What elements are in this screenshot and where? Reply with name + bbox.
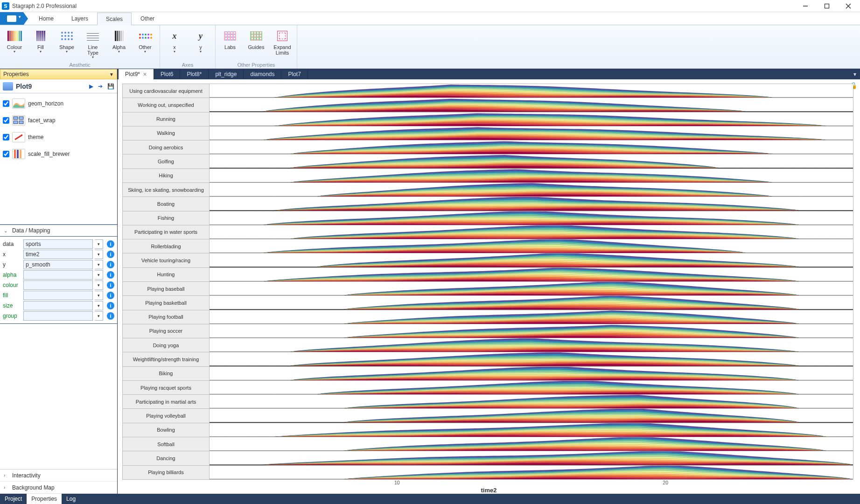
ribbon-tab-scales[interactable]: Scales [97,13,132,25]
ribbon-line-type[interactable]: Line Type▾ [81,27,105,61]
ribbon-alpha[interactable]: Alpha▾ [107,27,131,56]
info-icon[interactable]: i [107,271,114,279]
mapping-field[interactable] [23,280,93,290]
layer-scale_fill_brewer[interactable]: scale_fill_brewer [3,146,114,162]
mapping-field[interactable] [23,270,93,280]
dropdown-button[interactable]: ▾ [95,311,103,321]
window-icon [7,15,16,22]
layer-theme[interactable]: theme [3,129,114,146]
ribbon-y[interactable]: yy▾ [189,27,212,56]
close-button[interactable] [844,2,853,10]
mapping-field[interactable]: sports [23,239,93,249]
facet-plot [210,211,853,225]
mapping-field[interactable] [23,291,93,300]
properties-panel-header[interactable]: Properties ▼ [0,69,117,79]
info-icon[interactable]: i [107,302,114,309]
mapping-y: yp_smooth▾i [3,260,114,269]
layer-checkbox[interactable] [3,117,9,124]
mapping-field[interactable] [23,311,93,321]
maximize-button[interactable] [823,2,831,10]
facet-plot [210,437,853,451]
facet-plot [210,296,853,309]
ribbon-x[interactable]: xx▾ [163,27,186,56]
app-title: Stagraph 2.0 Professional [12,3,801,9]
mapping-field[interactable]: p_smooth [23,260,93,269]
save-button[interactable]: 💾 [107,83,114,90]
play-button[interactable]: ▶ [89,83,93,90]
plot-tab[interactable]: Plot7 [281,69,308,79]
layer-checkbox[interactable] [3,134,9,140]
tabs-menu-button[interactable]: ▾ [850,69,860,79]
ribbon-tab-other[interactable]: Other [132,12,163,25]
ribbon-group-label: Aesthetic [3,61,157,68]
facet-label: Dancing [123,451,210,465]
facet-label: Playing soccer [123,324,210,338]
plot-tab[interactable]: Plot9*✕ [119,69,154,79]
ribbon-colour[interactable]: Colour▾ [3,27,26,56]
plot-tab[interactable]: diamonds [244,69,281,79]
plot-tab[interactable]: Plot6 [154,69,180,79]
facet-row: Walking [122,126,853,140]
properties-panel-title: Properties [3,71,29,77]
dropdown-button[interactable]: ▾ [95,291,103,300]
facet-label: Walking [123,126,210,140]
info-icon[interactable]: i [107,312,114,320]
info-icon[interactable]: i [107,251,114,258]
mapping-field[interactable] [23,301,93,310]
facet-label: Working out, unspecified [123,98,210,112]
ribbon-other[interactable]: Other▾ [133,27,157,56]
ribbon-group-label: Other Properties [218,61,294,68]
dropdown-button[interactable]: ▾ [95,280,103,290]
info-icon[interactable]: i [107,240,114,248]
mapping-data: datasports▾i [3,239,114,249]
facet-row: Running [122,112,853,126]
plot-tab[interactable]: Plot8* [180,69,209,79]
layer-geom_horizon[interactable]: geom_horizon [3,95,114,112]
ribbon-labs[interactable]: Labs [218,27,242,51]
section-background-map[interactable]: › Background Map [0,482,117,494]
mapping-key: y [3,261,21,268]
facet-plot [210,367,853,380]
quick-access-menu[interactable] [0,12,23,25]
ribbon-expand-limits[interactable]: Expand Limits [271,27,294,57]
facet-label: Playing racquet sports [123,381,210,394]
info-icon[interactable]: i [107,261,114,268]
layer-checkbox[interactable] [3,100,9,107]
minimize-button[interactable] [801,2,810,10]
status-tab-properties[interactable]: Properties [27,494,62,504]
facet-row: Playing football [122,310,853,324]
section-data-mapping[interactable]: ⌄ Data / Mapping [0,224,117,237]
section-interactivity[interactable]: › Interactivity [0,469,117,482]
facet-label: Weightlifting/strength training [123,352,210,366]
dropdown-button[interactable]: ▾ [95,250,103,259]
close-icon[interactable]: ✕ [143,71,147,77]
facet-plot [210,84,853,98]
dropdown-button[interactable]: ▾ [95,260,103,269]
ribbon-tab-layers[interactable]: Layers [63,12,97,25]
facet-plot [210,183,853,196]
ribbon-guides[interactable]: Guides [245,27,268,51]
facet-row: Playing soccer [122,324,853,338]
facet-row: Participating in water sports [122,225,853,239]
dropdown-button[interactable]: ▾ [95,270,103,280]
layer-facet_wrap[interactable]: facet_wrap [3,112,114,129]
facet-label: Participating in martial arts [123,395,210,408]
status-tab-log[interactable]: Log [62,494,80,504]
side-panel: Properties ▼ Plot9 ▶ ➔ 💾 geom_horizonfac… [0,69,118,494]
info-icon[interactable]: i [107,292,114,299]
facet-row: Hunting [122,268,853,282]
info-icon[interactable]: i [107,281,114,289]
status-tab-project[interactable]: Project [0,494,27,504]
dropdown-button[interactable]: ▾ [95,301,103,310]
ribbon-tab-home[interactable]: Home [30,12,63,25]
svg-rect-11 [17,150,19,158]
facet-row: Dancing [122,451,853,465]
ribbon-shape[interactable]: Shape▾ [55,27,78,56]
mapping-field[interactable]: time2 [23,250,93,259]
facet-plot [210,140,853,154]
layer-checkbox[interactable] [3,151,9,157]
forward-button[interactable]: ➔ [98,83,103,90]
ribbon-fill[interactable]: Fill▾ [29,27,52,56]
plot-tab[interactable]: plt_ridge [209,69,244,79]
dropdown-button[interactable]: ▾ [95,239,103,249]
